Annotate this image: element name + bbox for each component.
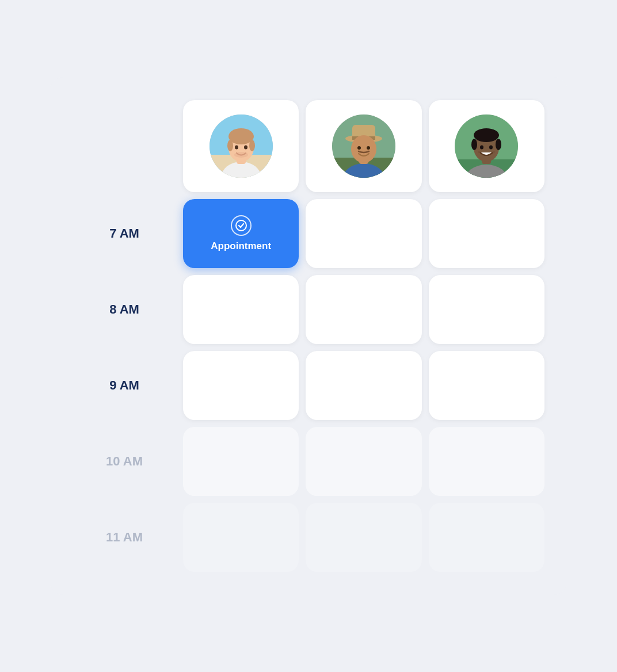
avatar-2 bbox=[332, 114, 395, 178]
time-cell-11am: 11 AM bbox=[73, 503, 176, 572]
slot-10am-col1[interactable] bbox=[183, 427, 299, 496]
slot-11am-col1[interactable] bbox=[183, 503, 299, 572]
slot-11am-col2[interactable] bbox=[306, 503, 421, 572]
svg-point-20 bbox=[351, 135, 376, 163]
slot-8am-col3[interactable] bbox=[429, 275, 544, 344]
calendar-grid: 7 AM Appointment 8 AM 9 AM bbox=[73, 100, 544, 572]
svg-point-29 bbox=[474, 128, 499, 142]
time-cell-8am: 8 AM bbox=[73, 275, 176, 344]
svg-point-34 bbox=[478, 151, 480, 153]
svg-point-32 bbox=[480, 146, 483, 150]
slot-10am-col2[interactable] bbox=[306, 427, 421, 496]
appointment-slot[interactable]: Appointment bbox=[183, 199, 299, 268]
time-cell-9am: 9 AM bbox=[73, 351, 176, 420]
time-label-10am: 10 AM bbox=[106, 454, 143, 469]
slot-9am-col3[interactable] bbox=[429, 351, 544, 420]
svg-point-21 bbox=[357, 146, 361, 150]
avatar-1 bbox=[210, 114, 273, 178]
time-cell-10am: 10 AM bbox=[73, 427, 176, 496]
svg-point-33 bbox=[489, 146, 493, 150]
svg-point-31 bbox=[496, 139, 501, 150]
slot-9am-col1[interactable] bbox=[183, 351, 299, 420]
time-label-9am: 9 AM bbox=[109, 378, 139, 393]
slot-8am-col1[interactable] bbox=[183, 275, 299, 344]
appointment-check-icon bbox=[231, 215, 252, 236]
slot-8am-col2[interactable] bbox=[306, 275, 421, 344]
svg-point-30 bbox=[471, 139, 477, 150]
appointment-label: Appointment bbox=[211, 240, 271, 252]
slot-9am-col2[interactable] bbox=[306, 351, 421, 420]
svg-point-36 bbox=[236, 220, 246, 231]
svg-point-35 bbox=[493, 151, 495, 153]
time-label-7am: 7 AM bbox=[109, 226, 139, 241]
slot-7am-col3[interactable] bbox=[429, 199, 544, 268]
svg-point-7 bbox=[227, 140, 233, 151]
time-label-11am: 11 AM bbox=[106, 530, 143, 545]
avatar-cell-1[interactable] bbox=[183, 100, 299, 192]
svg-point-22 bbox=[367, 146, 370, 150]
svg-point-9 bbox=[235, 146, 238, 150]
avatar-cell-3[interactable] bbox=[429, 100, 544, 192]
svg-point-11 bbox=[234, 152, 248, 158]
slot-11am-col3[interactable] bbox=[429, 503, 544, 572]
slot-10am-col3[interactable] bbox=[429, 427, 544, 496]
slot-7am-col2[interactable] bbox=[306, 199, 421, 268]
svg-point-8 bbox=[249, 140, 255, 151]
calendar-container: 7 AM Appointment 8 AM 9 AM bbox=[49, 77, 568, 595]
avatar-3 bbox=[455, 114, 518, 178]
avatar-cell-2[interactable] bbox=[306, 100, 421, 192]
time-cell-7am: 7 AM bbox=[73, 199, 176, 268]
svg-point-10 bbox=[244, 146, 247, 150]
time-label-8am: 8 AM bbox=[109, 302, 139, 317]
header-time-cell bbox=[73, 100, 176, 192]
